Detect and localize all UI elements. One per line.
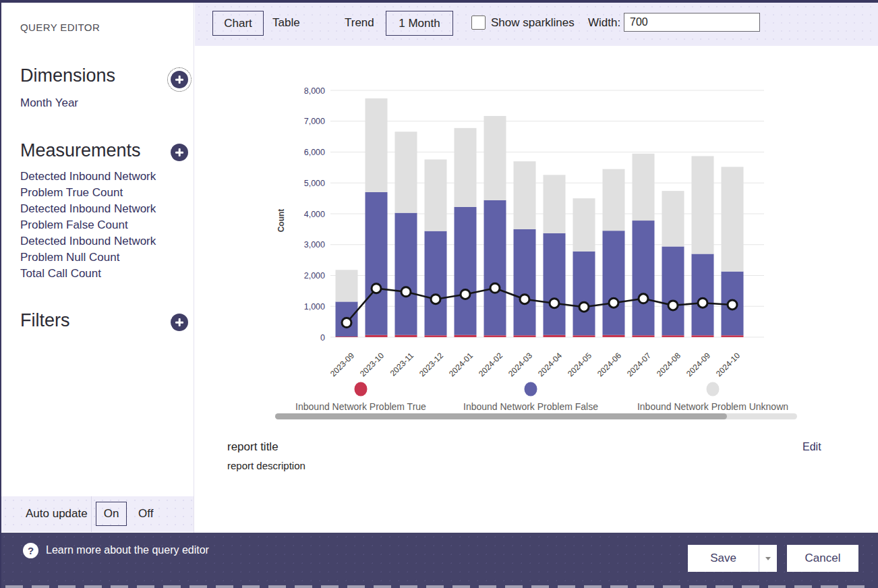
bar-segment [692,156,714,254]
help-icon[interactable] [23,543,38,558]
y-axis-tick: 8,000 [304,86,325,96]
bar-segment [633,154,655,220]
chart-container: 01,0002,0003,0004,0005,0006,0007,0008,00… [273,54,806,421]
bar-segment [455,335,477,337]
learn-more-link[interactable]: Learn more about the query editor [46,544,209,556]
bar-segment [544,233,566,335]
trend-line-marker [698,298,707,307]
bar-segment [573,198,595,252]
x-axis-label: 2024-08 [655,351,682,378]
bar-segment [395,335,417,337]
x-axis-label: 2024-10 [714,351,742,378]
report-title[interactable]: report title [227,440,305,454]
x-axis-label: 2024-06 [595,351,623,378]
y-axis-tick: 7,000 [304,117,325,126]
legend-label: Inbound Network Problem False [463,401,598,412]
bar-segment [484,200,506,335]
measurement-item[interactable]: Detected Inbound Network Problem False C… [20,201,180,233]
stacked-bar-trend-chart: 01,0002,0003,0004,0005,0006,0007,0008,00… [273,54,806,421]
report-description[interactable]: report description [227,460,305,471]
bar-segment [484,116,506,200]
bar-segment [514,229,536,335]
trend-line-marker [490,283,500,293]
trend-line-marker [520,295,529,304]
bar-segment [692,335,714,337]
bar-segment [425,231,447,336]
add-filter-button[interactable] [171,314,188,331]
y-axis-tick: 2,000 [304,271,325,281]
x-axis-label: 2023-11 [388,351,416,378]
width-input[interactable] [624,13,760,32]
bar-segment [722,167,744,271]
bar-segment [692,254,714,335]
edit-report-link[interactable]: Edit [802,441,821,453]
window-left-border [0,0,1,588]
query-editor-sidebar: QUERY EDITOR Dimensions Month Year Measu… [1,3,194,533]
bar-segment [603,169,625,231]
bar-segment [425,335,447,337]
bar-segment [722,335,744,337]
y-axis-tick: 1,000 [304,302,325,312]
bar-segment [395,131,417,212]
bar-segment [662,335,684,337]
y-axis-title: Count [276,209,286,233]
save-split-button[interactable]: Save [688,545,777,572]
show-sparklines-label: Show sparklines [491,16,575,30]
bar-segment [336,336,358,337]
trend-line-marker [401,287,411,297]
measurement-item[interactable]: Detected Inbound Network Problem Null Co… [20,233,180,266]
y-axis-tick: 3,000 [304,240,325,249]
report-block: report title report description [227,440,305,471]
trend-line-marker [342,318,351,327]
auto-update-off-button[interactable]: Off [138,507,153,521]
measurements-heading: Measurements [20,140,141,161]
measurement-item[interactable]: Total Call Count [20,266,180,282]
dimension-item-month-year[interactable]: Month Year [20,95,179,111]
show-sparklines-checkbox[interactable] [471,16,486,30]
auto-update-divider [91,496,92,532]
tab-table[interactable]: Table [272,16,300,30]
auto-update-bar: Auto update On Off [1,496,194,532]
bar-segment [455,128,477,207]
auto-update-on-button[interactable]: On [96,502,127,526]
trend-line-marker [550,299,559,308]
x-axis-label: 2024-05 [566,351,593,378]
cancel-button[interactable]: Cancel [787,545,858,572]
save-dropdown-button[interactable] [759,545,776,572]
add-dimension-button[interactable] [171,71,188,88]
legend-dot [707,382,720,396]
trend-line-marker [431,295,440,304]
bar-segment [425,159,447,231]
legend-label: Inbound Network Problem True [295,401,426,412]
trend-line-marker [579,302,589,312]
dimensions-heading: Dimensions [20,65,115,86]
y-axis-tick: 6,000 [304,148,325,157]
width-label: Width: [588,16,620,30]
x-axis-label: 2024-04 [536,351,564,378]
tab-chart[interactable]: Chart [212,11,264,36]
y-axis-tick: 5,000 [304,179,325,188]
x-axis-label: 2023-09 [328,351,356,378]
add-measurement-button[interactable] [171,144,188,161]
legend-scrollbar-thumb[interactable] [275,413,727,419]
period-button[interactable]: 1 Month [386,11,453,36]
measurement-item[interactable]: Detected Inbound Network Problem True Co… [20,169,180,201]
window-top-border [0,0,878,3]
bar-segment [603,231,625,335]
bar-segment [484,335,506,337]
trend-line-marker [668,301,678,310]
y-axis-tick: 4,000 [304,210,325,219]
legend-dot [355,382,368,396]
x-axis-label: 2024-09 [684,351,712,378]
bar-segment [603,335,625,337]
view-toolbar: Chart Table Trend 1 Month Show sparkline… [195,3,878,46]
trend-button[interactable]: Trend [345,16,374,30]
bar-segment [573,335,595,337]
trend-line-marker [372,284,381,293]
x-axis-label: 2024-01 [447,351,475,378]
bar-segment [365,192,388,335]
save-button[interactable]: Save [688,545,759,572]
bar-segment [514,161,536,229]
trend-line-marker [728,300,737,310]
trend-line-marker [639,294,648,303]
